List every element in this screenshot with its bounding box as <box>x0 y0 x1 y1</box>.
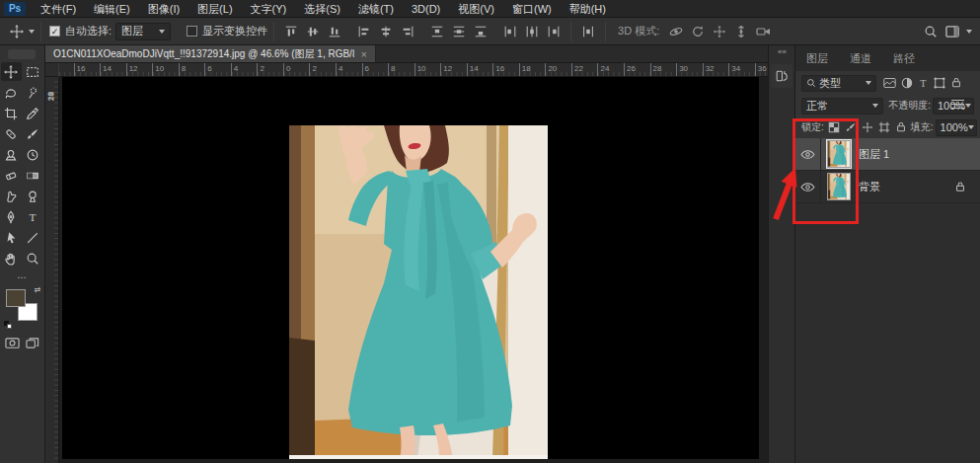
menu-item[interactable]: 文件(F) <box>32 0 85 18</box>
brush-tool[interactable] <box>23 124 43 143</box>
history-panel-icon[interactable] <box>771 64 792 88</box>
canvas[interactable] <box>62 77 759 459</box>
align-horizontal-centers-icon[interactable] <box>376 22 396 41</box>
distribute-vertical-centers-icon[interactable] <box>449 22 469 41</box>
lock-position-icon[interactable] <box>862 121 873 133</box>
align-bottom-edges-icon[interactable] <box>325 22 344 41</box>
lock-artboard-icon[interactable] <box>878 121 890 133</box>
auto-select-checkbox[interactable] <box>49 26 60 37</box>
chevron-down-icon[interactable] <box>966 30 972 34</box>
menu-item[interactable]: 窗口(W) <box>503 0 561 18</box>
smudge-tool[interactable] <box>1 187 22 205</box>
spot-healing-brush-tool[interactable] <box>1 124 22 143</box>
eraser-tool[interactable] <box>1 166 22 185</box>
type-tool[interactable]: T <box>23 207 43 226</box>
filter-pixel-layers-icon[interactable] <box>883 77 896 89</box>
screen-mode-icon[interactable] <box>26 337 39 349</box>
menu-item[interactable]: 图像(I) <box>139 0 188 18</box>
menu-item[interactable]: 3D(D) <box>403 0 449 18</box>
gradient-tool[interactable] <box>23 166 43 185</box>
panel-tab[interactable]: 图层 <box>795 45 839 71</box>
canvas-viewport[interactable] <box>59 77 768 463</box>
dodge-tool[interactable] <box>23 187 43 205</box>
align-left-edges-icon[interactable] <box>354 22 374 41</box>
3d-pan-icon[interactable] <box>710 22 729 41</box>
3d-slide-icon[interactable] <box>731 22 751 41</box>
align-top-edges-icon[interactable] <box>281 22 301 41</box>
panel-menu-icon[interactable] <box>951 100 964 109</box>
move-tool[interactable] <box>1 62 22 81</box>
menu-item[interactable]: 滤镜(T) <box>349 0 403 18</box>
layer-name[interactable]: 背景 <box>859 180 880 194</box>
vertical-ruler: 202468101214161820222426 <box>45 77 59 463</box>
close-tab-icon[interactable]: × <box>361 49 367 59</box>
layer-name[interactable]: 图层 1 <box>859 147 889 162</box>
3d-camera-icon[interactable] <box>753 22 773 41</box>
photoshop-logo[interactable]: Ps <box>4 2 26 16</box>
menu-item[interactable]: 文字(Y) <box>242 0 296 18</box>
history-brush-tool[interactable] <box>23 145 43 164</box>
zoom-tool[interactable] <box>23 249 43 268</box>
eyedropper-tool[interactable] <box>23 104 43 122</box>
edit-toolbar-ellipsis[interactable]: … <box>17 271 28 279</box>
distribute-horizontal-centers-icon[interactable] <box>522 22 542 41</box>
dress-photo-layer[interactable] <box>289 125 548 459</box>
ruler-tick-label: 0 <box>283 63 310 77</box>
menu-item[interactable]: 编辑(E) <box>85 0 139 18</box>
distribute-spacing-icon[interactable] <box>578 22 598 41</box>
filter-shape-layers-icon[interactable] <box>934 77 945 89</box>
clone-stamp-tool[interactable] <box>1 145 22 164</box>
align-vertical-centers-icon[interactable] <box>303 22 323 41</box>
marquee-tool[interactable] <box>23 62 43 81</box>
crop-tool[interactable] <box>1 104 22 122</box>
show-transform-checkbox[interactable] <box>187 26 197 37</box>
filter-smart-objects-icon[interactable] <box>950 77 962 89</box>
expand-panels-icon[interactable]: « « <box>778 47 786 56</box>
workspace-switcher-icon[interactable] <box>942 22 962 41</box>
panel-tabs: 图层通道路径 <box>795 45 980 71</box>
quick-mask-icon[interactable] <box>5 337 20 349</box>
auto-select-label: 自动选择: <box>65 24 112 39</box>
filter-type-label: 类型 <box>819 76 841 91</box>
tool-options-bar: 自动选择: 图层 显示变换控件 3D 模式: <box>0 18 980 45</box>
ruler-tick-label: 6 <box>362 63 389 77</box>
3d-roll-icon[interactable] <box>688 22 708 41</box>
quick-selection-tool[interactable] <box>23 83 43 102</box>
ruler-origin-corner[interactable] <box>45 63 59 77</box>
shape-tool[interactable] <box>23 228 43 247</box>
auto-select-dropdown[interactable]: 图层 <box>115 23 171 40</box>
move-tool-icon[interactable] <box>8 25 26 39</box>
layer-filter-dropdown[interactable]: 类型 <box>801 75 876 92</box>
pen-tool[interactable] <box>1 207 22 226</box>
filter-adjustment-layers-icon[interactable] <box>901 77 913 89</box>
3d-orbit-icon[interactable] <box>666 22 686 41</box>
swap-colors-icon[interactable]: ⇄ <box>35 285 41 294</box>
lasso-tool[interactable] <box>1 83 22 102</box>
menu-item[interactable]: 选择(S) <box>295 0 349 18</box>
foreground-color-swatch[interactable] <box>6 289 26 307</box>
path-selection-tool[interactable] <box>1 228 22 247</box>
panel-tab[interactable]: 通道 <box>839 45 882 71</box>
fill-dropdown[interactable]: 100% <box>936 119 977 136</box>
fill-label: 填充: <box>911 120 934 134</box>
document-tab[interactable]: O1CN011XOeaDmoDJiVqtt_!!91372914.jpg @ 4… <box>45 45 376 62</box>
menu-item[interactable]: 帮助(H) <box>561 0 615 18</box>
distribute-bottom-edges-icon[interactable] <box>471 22 490 41</box>
tool-preset-chevron-icon[interactable] <box>29 30 35 34</box>
distribute-top-edges-icon[interactable] <box>427 22 447 41</box>
distribute-left-edges-icon[interactable] <box>500 22 520 41</box>
distribute-right-edges-icon[interactable] <box>544 22 564 41</box>
toolbar-drag-handle[interactable] <box>8 49 36 59</box>
lock-all-icon[interactable] <box>895 121 907 133</box>
filter-type-layers-icon[interactable]: T <box>918 77 929 89</box>
panel-tab[interactable]: 路径 <box>882 45 926 71</box>
background-lock-icon[interactable] <box>954 181 966 193</box>
menu-item[interactable]: 图层(L) <box>188 0 241 18</box>
menu-item[interactable]: 视图(V) <box>449 0 503 18</box>
default-colors-icon[interactable] <box>4 321 13 329</box>
align-right-edges-icon[interactable] <box>398 22 417 41</box>
svg-text:T: T <box>30 210 37 222</box>
search-icon[interactable] <box>921 22 941 41</box>
blend-mode-dropdown[interactable]: 正常 <box>801 98 883 115</box>
hand-tool[interactable] <box>1 249 22 268</box>
